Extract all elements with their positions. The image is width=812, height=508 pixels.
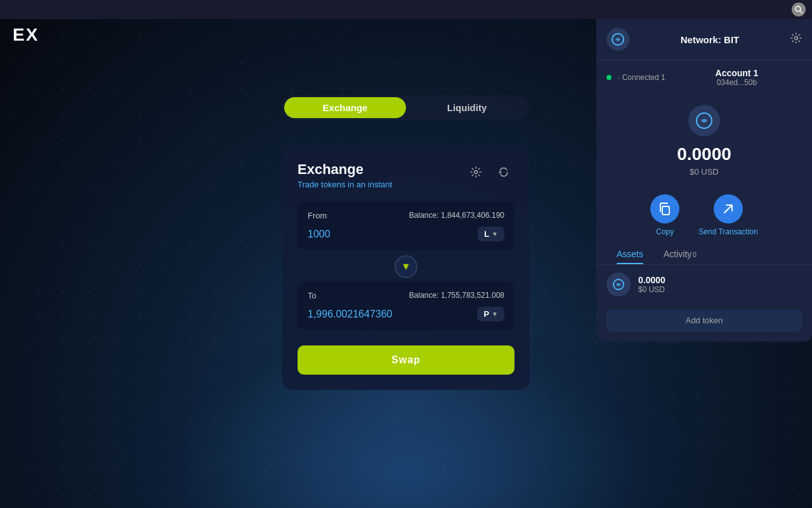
from-token-selector[interactable]: L ▼ <box>478 227 504 241</box>
send-transaction-action[interactable]: Send Transaction <box>698 194 757 236</box>
add-token-button[interactable]: Add token <box>606 309 802 331</box>
asset-item: 0.0000 $0 USD <box>596 265 812 304</box>
wallet-popup: Network: BIT · Connected 1 Account 1 034… <box>596 19 812 342</box>
asset-amount: 0.0000 <box>638 275 802 285</box>
svg-point-2 <box>475 171 478 174</box>
to-field-top: To Balance: 1,755,783,521.008 <box>308 291 504 300</box>
svg-line-7 <box>724 205 732 213</box>
connected-text: · Connected 1 <box>618 73 665 82</box>
account-name: Account 1 <box>672 68 802 78</box>
wallet-logo-icon <box>606 28 629 51</box>
asset-info: 0.0000 $0 USD <box>638 275 802 294</box>
wallet-balance-section: 0.0000 $0 USD <box>596 95 812 187</box>
wallet-main-icon <box>688 105 720 137</box>
app-logo: EX <box>13 25 39 45</box>
from-field-section: From Balance: 1,844,673,406.190 L ▼ <box>298 202 514 250</box>
exchange-title-block: Exchange Trade tokens in an instant <box>298 161 392 189</box>
settings-icon[interactable] <box>465 161 487 183</box>
from-field-bottom: L ▼ <box>308 227 504 241</box>
from-token-chevron: ▼ <box>492 231 498 237</box>
to-token-selector[interactable]: P ▼ <box>477 307 504 321</box>
to-input[interactable] <box>308 309 473 320</box>
asset-usd: $0 USD <box>638 285 802 294</box>
refresh-icon[interactable] <box>493 161 514 183</box>
copy-label: Copy <box>656 227 674 236</box>
browser-topbar <box>0 0 812 19</box>
browser-icon <box>792 3 806 17</box>
tab-liquidity[interactable]: Liquidity <box>406 97 528 118</box>
from-label: From <box>308 211 327 220</box>
tab-exchange[interactable]: Exchange <box>284 97 406 118</box>
copy-icon-circle <box>650 194 679 224</box>
wallet-balance-usd: $0 USD <box>606 167 802 177</box>
from-field-top: From Balance: 1,844,673,406.190 <box>308 211 504 220</box>
swap-center: ▼ <box>298 255 514 278</box>
account-info: Account 1 034ed...50b <box>672 68 802 87</box>
wallet-asset-tabs: Assets Activity0 <box>596 244 812 265</box>
swap-direction-button[interactable]: ▼ <box>395 255 417 278</box>
connected-dot <box>606 75 612 80</box>
svg-point-4 <box>794 36 797 39</box>
swap-button[interactable]: Swap <box>298 345 514 375</box>
activity-badge: 0 <box>693 251 697 258</box>
wallet-network-label: Network: BIT <box>681 34 740 45</box>
to-balance: Balance: 1,755,783,521.008 <box>409 291 504 300</box>
exchange-card: Exchange Trade tokens in an instant Fro <box>282 146 530 390</box>
svg-line-1 <box>800 11 802 13</box>
from-balance: Balance: 1,844,673,406.190 <box>409 211 504 220</box>
asset-icon <box>606 272 631 297</box>
account-address: 034ed...50b <box>672 78 802 87</box>
copy-action[interactable]: Copy <box>650 194 679 236</box>
to-token-chevron: ▼ <box>492 311 498 318</box>
to-field-section: To Balance: 1,755,783,521.008 P ▼ <box>298 282 514 330</box>
tab-activity[interactable]: Activity0 <box>653 244 707 264</box>
from-input[interactable] <box>308 229 473 240</box>
exchange-tabs: Exchange Liquidity <box>282 95 530 120</box>
wallet-actions: Copy Send Transaction <box>596 187 812 244</box>
send-icon-circle <box>714 194 743 224</box>
exchange-card-header: Exchange Trade tokens in an instant <box>298 161 514 189</box>
from-token-label: L <box>484 229 489 239</box>
wallet-header: Network: BIT <box>596 19 812 60</box>
send-transaction-label: Send Transaction <box>698 227 757 236</box>
to-label: To <box>308 291 317 300</box>
wallet-account-row: · Connected 1 Account 1 034ed...50b <box>596 60 812 95</box>
exchange-card-subtitle: Trade tokens in an instant <box>298 180 392 189</box>
wallet-gear-icon[interactable] <box>790 32 802 47</box>
to-token-label: P <box>483 309 489 319</box>
wallet-balance-value: 0.0000 <box>606 144 802 164</box>
exchange-card-title: Exchange <box>298 161 392 178</box>
exchange-icons <box>465 161 514 183</box>
svg-rect-6 <box>662 206 669 215</box>
to-field-bottom: P ▼ <box>308 307 504 321</box>
svg-point-0 <box>796 6 801 11</box>
tab-assets[interactable]: Assets <box>606 244 653 264</box>
